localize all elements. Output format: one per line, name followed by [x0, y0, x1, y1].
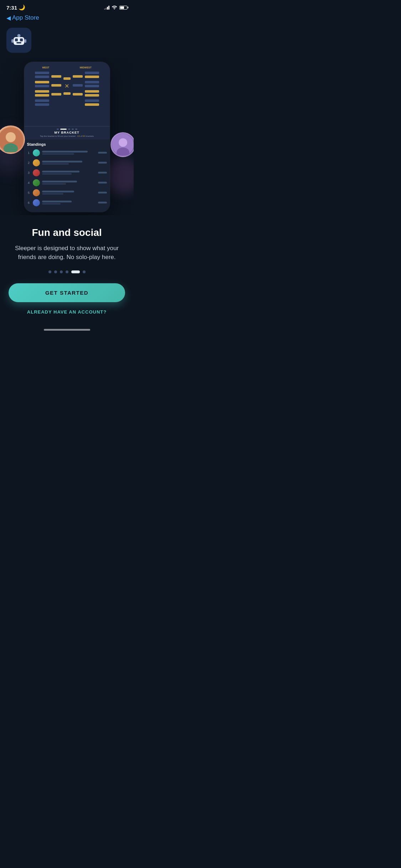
svg-point-0 — [17, 34, 20, 37]
page-dot-3 — [60, 270, 63, 273]
standings-title: Standings — [27, 142, 107, 146]
app-icon — [6, 28, 31, 53]
status-bar: 7:31 🌙 — [0, 0, 134, 13]
svg-point-11 — [119, 138, 127, 147]
moon-icon: 🌙 — [19, 4, 25, 11]
page-dot-2 — [54, 270, 57, 273]
bracket-west-label: WEST — [42, 66, 49, 69]
status-icons — [104, 5, 127, 10]
home-bar — [44, 329, 90, 331]
hero-description: Sleeper is designed to show what your fr… — [9, 244, 125, 262]
standing-row: 6 — [27, 199, 107, 206]
page-indicator — [9, 270, 125, 273]
back-arrow-icon: ◀ — [6, 15, 11, 21]
svg-rect-3 — [20, 38, 23, 41]
phone-mockup: WEST MIDWEST — [24, 62, 110, 212]
page-dot-4 — [66, 270, 68, 273]
my-bracket-section: MY BRACKET Tap the bracket to fill out y… — [24, 126, 110, 139]
my-bracket-title: MY BRACKET — [27, 131, 107, 134]
page-dot-1 — [48, 270, 51, 273]
time-label: 7:31 — [6, 5, 17, 11]
my-bracket-sub: Tap the bracket to fill out your bracket… — [27, 135, 107, 137]
battery-icon — [119, 6, 127, 10]
home-indicator — [0, 326, 134, 335]
content-area: Fun and social Sleeper is designed to sh… — [0, 215, 134, 326]
back-label: App Store — [12, 14, 39, 21]
status-time: 7:31 🌙 — [6, 4, 25, 11]
signal-icon — [104, 5, 109, 10]
page-dot-6 — [83, 270, 86, 273]
get-started-button[interactable]: GET STARTED — [9, 283, 125, 302]
standing-row: 5 — [27, 189, 107, 196]
svg-point-8 — [6, 132, 16, 142]
standings-section: Standings 1 2 — [24, 139, 110, 212]
avatar-left — [0, 125, 25, 154]
svg-rect-5 — [11, 39, 14, 43]
app-icon-container — [0, 24, 134, 58]
screenshot-area: WEST MIDWEST — [0, 58, 134, 215]
hero-title: Fun and social — [9, 227, 125, 239]
standing-row: 2 — [27, 159, 107, 166]
wifi-icon — [112, 5, 117, 10]
bracket-area: WEST MIDWEST — [24, 62, 110, 126]
page-dot-5 — [71, 270, 80, 273]
bracket-midwest-label: MIDWEST — [80, 66, 92, 69]
standing-row: 1 — [27, 149, 107, 156]
app-store-back[interactable]: ◀ App Store — [0, 13, 134, 24]
svg-rect-6 — [24, 39, 26, 43]
standing-row: 3 — [27, 169, 107, 176]
avatar-right — [110, 132, 134, 157]
standing-row: 4 — [27, 179, 107, 186]
already-account-link[interactable]: ALREADY HAVE AN ACCOUNT? — [9, 309, 125, 320]
svg-rect-4 — [16, 42, 21, 43]
svg-rect-2 — [15, 38, 18, 41]
